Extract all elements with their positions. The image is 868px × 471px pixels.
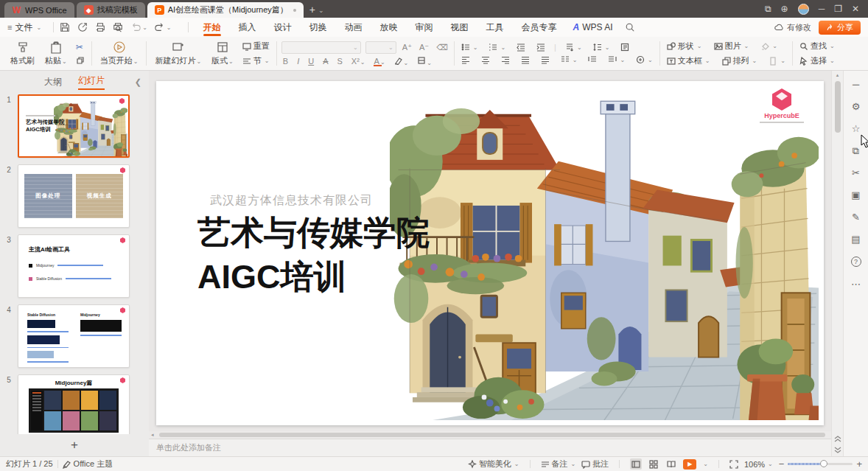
- restore-button[interactable]: ❐: [834, 4, 842, 13]
- bullets-button[interactable]: ⌄: [459, 42, 480, 52]
- shapes-button[interactable]: 形状⌄: [665, 40, 704, 52]
- vertical-scrollbar[interactable]: ▴: [831, 71, 843, 456]
- tab-slides[interactable]: 幻灯片: [78, 74, 105, 90]
- select-button[interactable]: 选择⌄: [797, 55, 837, 67]
- search-icon[interactable]: [625, 22, 635, 32]
- menu-item-transition[interactable]: 切换: [301, 18, 336, 37]
- notes-bar[interactable]: 单击此处添加备注: [149, 439, 831, 456]
- duplicate-icon[interactable]: ⧉: [853, 146, 859, 156]
- thumbnail-card[interactable]: 艺术与传媒学院 AIGC培训: [18, 94, 130, 158]
- highlight-button[interactable]: ⌄: [393, 56, 410, 66]
- text-direction-button[interactable]: ⌄: [563, 42, 584, 52]
- zoom-out-button[interactable]: −: [779, 458, 785, 470]
- tab-current-document[interactable]: P AI创意绘画课堂（Midjourney篇）: [147, 2, 304, 18]
- increase-font-button[interactable]: A⁺: [401, 43, 413, 52]
- cut-tools-icon[interactable]: ✂: [852, 168, 860, 178]
- shadow-button[interactable]: S: [336, 57, 344, 66]
- paragraph-layout-button[interactable]: [618, 42, 631, 52]
- slide-canvas-area[interactable]: 武汉超方体信息技术有限公司 艺术与传媒学院 AIGC培训 HypercubE: [149, 71, 831, 431]
- notes-button[interactable]: 备注⌄: [541, 458, 576, 470]
- export-icon[interactable]: [77, 22, 88, 32]
- reset-button[interactable]: 重置: [240, 40, 272, 52]
- arrange-button[interactable]: 排列⌄: [720, 55, 760, 67]
- slide-thumbnail-1[interactable]: 1 艺术与传媒学院 AIGC培训: [0, 94, 149, 158]
- clear-format-button[interactable]: ⌫: [435, 43, 449, 52]
- print-icon[interactable]: [95, 22, 105, 32]
- align-justify-button[interactable]: [519, 55, 532, 65]
- align-left-button[interactable]: [459, 55, 472, 65]
- font-color-button[interactable]: A⌄: [373, 57, 387, 66]
- picture-button[interactable]: 图片⌄: [712, 40, 752, 52]
- redo-button[interactable]: ⌄: [155, 22, 172, 32]
- char-shading-button[interactable]: ⌄: [416, 56, 433, 66]
- collapse-panel-icon[interactable]: ❮: [135, 77, 141, 87]
- slide-company-text[interactable]: 武汉超方体信息技术有限公司: [210, 193, 373, 209]
- bold-button[interactable]: B: [281, 57, 290, 66]
- menu-item-member[interactable]: 会员专享: [513, 18, 566, 37]
- star-icon[interactable]: ☆: [852, 124, 861, 133]
- vertical-scroll-thumb[interactable]: [835, 81, 841, 133]
- distribute-button[interactable]: [539, 55, 552, 65]
- draw-icon[interactable]: ✎: [852, 212, 860, 222]
- align-right-button[interactable]: [499, 55, 512, 65]
- tab-wps-office[interactable]: W WPS Office: [4, 2, 74, 18]
- columns-button[interactable]: ⌄: [559, 55, 580, 65]
- menu-item-slideshow[interactable]: 放映: [371, 18, 407, 37]
- menu-item-wps-ai[interactable]: A WPS AI: [566, 22, 620, 32]
- line-spacing-button[interactable]: ⌄: [591, 42, 612, 52]
- tab-list-chevron-icon[interactable]: ⌄: [318, 7, 324, 14]
- undo-button[interactable]: ⌄: [130, 22, 147, 32]
- thumbnail-card[interactable]: 图像处理 视频生成: [18, 164, 130, 228]
- file-menu[interactable]: ≡ 文件 ⌄: [7, 21, 41, 34]
- close-button[interactable]: ✕: [852, 4, 859, 13]
- underline-button[interactable]: U: [307, 57, 315, 66]
- slide-thumbnail-4[interactable]: 4 Stable Diffusion: [0, 304, 149, 368]
- previous-slide-button[interactable]: [834, 436, 841, 442]
- avatar[interactable]: [798, 4, 809, 15]
- menu-item-home[interactable]: 开始: [195, 18, 230, 37]
- zoom-level[interactable]: 106%⌄: [744, 460, 773, 469]
- reference-book-icon[interactable]: ▤: [851, 234, 860, 244]
- menu-item-review[interactable]: 审阅: [407, 18, 442, 37]
- zoom-handle[interactable]: [820, 460, 827, 467]
- textbox-button[interactable]: 文本框⌄: [665, 55, 713, 67]
- format-painter-button[interactable]: 格式刷: [7, 40, 38, 67]
- cut-button[interactable]: ✂: [74, 41, 87, 53]
- save-icon[interactable]: [60, 22, 70, 32]
- zoom-in-button[interactable]: +: [856, 458, 862, 470]
- modified-status[interactable]: 有修改: [774, 22, 811, 33]
- paste-button[interactable]: 粘贴⌄: [41, 40, 71, 67]
- slideshow-play-button[interactable]: ▶: [683, 459, 696, 470]
- decrease-font-button[interactable]: A⁻: [418, 43, 430, 52]
- theme-indicator[interactable]: Office 主题: [63, 458, 113, 470]
- globe-icon[interactable]: ⊕: [781, 4, 788, 13]
- normal-view-button[interactable]: [630, 458, 642, 470]
- slide-title-text[interactable]: 艺术与传媒学院 AIGC培训: [197, 211, 430, 299]
- increase-indent-button[interactable]: [534, 42, 547, 52]
- smart-beautify-button[interactable]: 智能美化⌄: [468, 458, 519, 470]
- print-preview-icon[interactable]: [113, 22, 123, 32]
- paragraph-spacing-button[interactable]: ⌄: [634, 55, 655, 65]
- superscript-button[interactable]: X²⌄: [350, 57, 367, 66]
- collapse-line-icon[interactable]: ─: [853, 80, 859, 89]
- scroll-left-arrow[interactable]: ◂: [151, 432, 154, 438]
- slide-company-logo[interactable]: HypercubE: [753, 88, 811, 123]
- minimize-button[interactable]: ─: [819, 4, 825, 13]
- zoom-track[interactable]: [788, 463, 853, 465]
- reading-view-button[interactable]: [665, 458, 677, 470]
- layout-button[interactable]: 版式⌄: [208, 40, 237, 67]
- decrease-indent-button[interactable]: [514, 42, 528, 52]
- italic-button[interactable]: I: [295, 57, 301, 66]
- thumbnail-card[interactable]: Stable Diffusion Midjourney: [18, 304, 130, 368]
- more-icon[interactable]: ⋯: [851, 279, 861, 289]
- font-size-combo[interactable]: ⌄: [365, 41, 396, 54]
- tab-outline[interactable]: 大纲: [44, 76, 62, 88]
- slide-thumbnail-3[interactable]: 3 主流AI绘画工具 Midjourney Stable Diffusion: [0, 234, 149, 298]
- comment-button[interactable]: 批注: [581, 458, 609, 470]
- horizontal-scrollbar[interactable]: ◂: [149, 431, 831, 439]
- new-tab-button[interactable]: +: [309, 4, 315, 15]
- horizontal-scroll-thumb[interactable]: [159, 433, 825, 437]
- numbering-button[interactable]: ⌄: [486, 42, 508, 52]
- fit-slide-icon[interactable]: [729, 460, 738, 469]
- start-from-current-button[interactable]: 当页开始⌄: [97, 40, 142, 67]
